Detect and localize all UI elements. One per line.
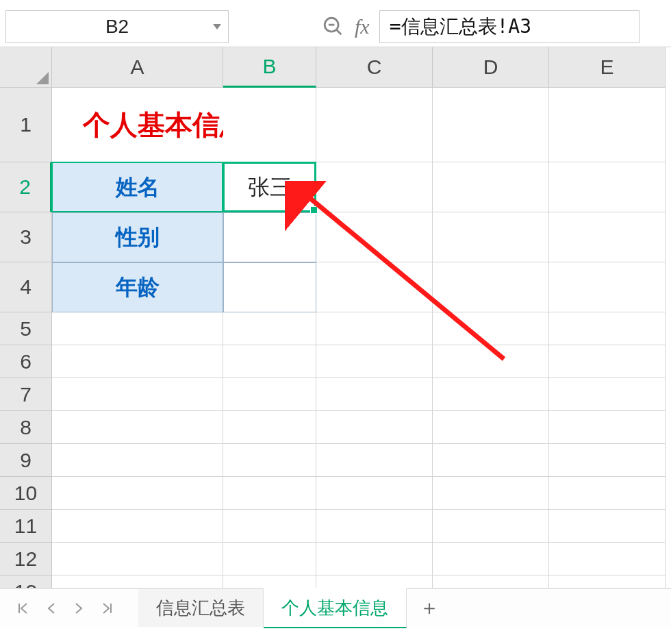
- cell-E2[interactable]: [549, 162, 666, 212]
- cell-A4[interactable]: 年龄: [52, 262, 223, 312]
- cell-C3[interactable]: [316, 212, 433, 262]
- column-header-E[interactable]: E: [549, 47, 666, 88]
- cell-A10[interactable]: [52, 477, 223, 510]
- sheet-tab-1[interactable]: 信息汇总表: [138, 589, 264, 627]
- cell-A13[interactable]: [52, 575, 223, 588]
- cell-C1[interactable]: [316, 88, 433, 162]
- row-header-7[interactable]: 7: [0, 378, 52, 411]
- cell-C11[interactable]: [316, 510, 433, 543]
- cell-A3[interactable]: 性别: [52, 212, 223, 262]
- cell-A11[interactable]: [52, 510, 223, 543]
- cell-C9[interactable]: [316, 444, 433, 477]
- row-header-1[interactable]: 1: [0, 88, 52, 162]
- cell-C6[interactable]: [316, 345, 433, 378]
- cell-E7[interactable]: [549, 378, 666, 411]
- cell-E8[interactable]: [549, 411, 666, 444]
- cell-E11[interactable]: [549, 510, 666, 543]
- formula-bar-value: =信息汇总表!A3: [390, 14, 531, 40]
- sheet-nav-prev-icon[interactable]: [45, 602, 58, 615]
- cell-B3[interactable]: [223, 212, 316, 262]
- cell-E1[interactable]: [549, 88, 666, 162]
- cell-E6[interactable]: [549, 345, 666, 378]
- cell-A12[interactable]: [52, 543, 223, 575]
- cell-E4[interactable]: [549, 262, 666, 312]
- column-header-B[interactable]: B: [223, 47, 316, 88]
- cell-B6[interactable]: [223, 345, 316, 378]
- zoom-icon[interactable]: [322, 15, 345, 38]
- cell-B7[interactable]: [223, 378, 316, 411]
- cell-B4[interactable]: [223, 262, 316, 312]
- cell-B9[interactable]: [223, 444, 316, 477]
- cell-B2[interactable]: 张三: [223, 162, 316, 212]
- name-box-dropdown-icon[interactable]: [213, 24, 221, 29]
- cell-D6[interactable]: [433, 345, 549, 378]
- cell-C7[interactable]: [316, 378, 433, 411]
- cell-A1[interactable]: 个人基本信息: [52, 88, 223, 162]
- cell-E13[interactable]: [549, 575, 666, 588]
- cell-E5[interactable]: [549, 312, 666, 345]
- select-all-corner[interactable]: [0, 47, 52, 88]
- cell-C5[interactable]: [316, 312, 433, 345]
- row-header-10[interactable]: 10: [0, 477, 52, 510]
- row-header-4[interactable]: 4: [0, 262, 52, 312]
- row-header-3[interactable]: 3: [0, 212, 52, 262]
- cell-B12[interactable]: [223, 543, 316, 575]
- cell-C8[interactable]: [316, 411, 433, 444]
- cell-E12[interactable]: [549, 543, 666, 575]
- row-header-12[interactable]: 12: [0, 543, 52, 575]
- cell-D12[interactable]: [433, 543, 549, 575]
- column-header-A[interactable]: A: [52, 47, 223, 88]
- add-sheet-button[interactable]: ＋: [407, 594, 452, 622]
- cell-C10[interactable]: [316, 477, 433, 510]
- cell-B13[interactable]: [223, 575, 316, 588]
- cell-C2[interactable]: [316, 162, 433, 212]
- row-header-2[interactable]: 2: [0, 162, 52, 212]
- cell-D13[interactable]: [433, 575, 549, 588]
- cell-C12[interactable]: [316, 543, 433, 575]
- cell-D9[interactable]: [433, 444, 549, 477]
- row-header-6[interactable]: 6: [0, 345, 52, 378]
- cell-D10[interactable]: [433, 477, 549, 510]
- value-b2: 张三: [248, 173, 292, 203]
- cell-B11[interactable]: [223, 510, 316, 543]
- cell-B10[interactable]: [223, 477, 316, 510]
- row-header-5[interactable]: 5: [0, 312, 52, 345]
- cell-D3[interactable]: [433, 212, 549, 262]
- cell-D2[interactable]: [433, 162, 549, 212]
- cell-A9[interactable]: [52, 444, 223, 477]
- cell-E9[interactable]: [549, 444, 666, 477]
- sheet-nav-next-icon[interactable]: [73, 602, 85, 615]
- cell-B5[interactable]: [223, 312, 316, 345]
- name-box[interactable]: B2: [5, 10, 229, 43]
- cell-A8[interactable]: [52, 411, 223, 444]
- cell-B1[interactable]: [223, 88, 316, 162]
- row-header-13[interactable]: 13: [0, 575, 52, 588]
- cell-B8[interactable]: [223, 411, 316, 444]
- row-header-11[interactable]: 11: [0, 510, 52, 543]
- cell-C4[interactable]: [316, 262, 433, 312]
- cell-A5[interactable]: [52, 312, 223, 345]
- cell-D11[interactable]: [433, 510, 549, 543]
- sheet-nav-first-icon[interactable]: [16, 602, 30, 615]
- cell-A6[interactable]: [52, 345, 223, 378]
- row-header-8[interactable]: 8: [0, 411, 52, 444]
- column-header-D[interactable]: D: [433, 47, 549, 88]
- formula-bar-input[interactable]: =信息汇总表!A3: [379, 10, 640, 43]
- cell-E10[interactable]: [549, 477, 666, 510]
- cell-D5[interactable]: [433, 312, 549, 345]
- cell-E3[interactable]: [549, 212, 666, 262]
- column-header-C[interactable]: C: [316, 47, 433, 88]
- cell-C13[interactable]: [316, 575, 433, 588]
- sheet-nav-last-icon[interactable]: [100, 602, 114, 615]
- spreadsheet-grid[interactable]: 1 个人基本信息 2 姓名 张三 3 性别 4 年龄: [0, 88, 671, 588]
- cell-D8[interactable]: [433, 411, 549, 444]
- cell-D1[interactable]: [433, 88, 549, 162]
- cell-A7[interactable]: [52, 378, 223, 411]
- cell-D7[interactable]: [433, 378, 549, 411]
- label-name: 姓名: [116, 173, 160, 203]
- sheet-tab-2[interactable]: 个人基本信息: [264, 588, 407, 628]
- cell-A2[interactable]: 姓名: [52, 162, 223, 212]
- fx-icon[interactable]: fx: [355, 15, 370, 38]
- cell-D4[interactable]: [433, 262, 549, 312]
- row-header-9[interactable]: 9: [0, 444, 52, 477]
